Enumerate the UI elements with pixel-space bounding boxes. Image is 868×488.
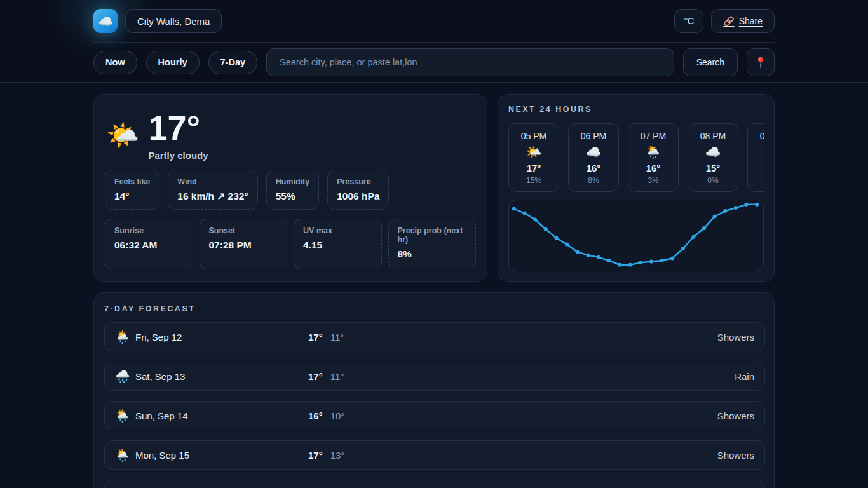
hour-time: 08 PM [700, 131, 726, 141]
stat-value: 16 km/h ↗ 232° [177, 191, 248, 202]
hour-tile: 09 PM 🌧️ 15° 0% [747, 123, 764, 192]
unit-toggle-button[interactable]: °C [674, 9, 703, 33]
hour-tile: 05 PM 🌤️ 17° 15% [508, 123, 559, 192]
forecast-rows: 🌦️ Fri, Sep 12 17° 11° Showers 🌧️ Sat, S… [104, 322, 765, 488]
forecast-day-row-partial[interactable] [104, 480, 765, 488]
hour-weather-icon: 🌤️ [526, 144, 542, 160]
stat-value: 14° [114, 191, 150, 202]
location-label: City Walls, Dema [137, 16, 210, 27]
stat-label: Sunset [209, 226, 278, 235]
stat-value: 1006 hPa [337, 191, 379, 202]
stat-tile: Humidity 55% [266, 170, 319, 210]
stat-label: Feels like [114, 177, 150, 186]
pushpin-icon: 📍 [754, 57, 767, 69]
forecast-day-row[interactable]: 🌦️ Sun, Sep 14 16° 10° Showers [104, 401, 765, 430]
day-low-temp: 13° [330, 450, 345, 461]
hour-precip: 3% [648, 176, 658, 185]
current-condition: Partly cloudy [148, 150, 208, 161]
day-weather-icon: 🌦️ [115, 330, 135, 344]
hour-weather-icon: 🌦️ [646, 144, 661, 160]
forecast-day-row[interactable]: 🌦️ Mon, Sep 15 17° 13° Showers [104, 440, 765, 470]
day-low-temp: 11° [330, 371, 344, 382]
day-date: Sat, Sep 13 [135, 371, 308, 382]
day-condition: Rain [735, 371, 754, 382]
stat-tile: Precip prob (next hr) 8% [388, 219, 477, 269]
next-24-hours-title: NEXT 24 HOURS [508, 105, 764, 114]
stat-label: Pressure [337, 177, 379, 186]
forecast-day-row[interactable]: 🌦️ Fri, Sep 12 17° 11° Showers [104, 322, 765, 351]
share-button[interactable]: 🔗 Share [711, 9, 775, 33]
topbar: ☁️ City Walls, Dema °C 🔗 Share [93, 0, 775, 43]
current-temperature: 17° [148, 110, 208, 146]
search-button[interactable]: Search [683, 48, 738, 76]
sparkline-svg [509, 200, 763, 271]
hour-temp: 16° [587, 163, 601, 173]
stat-tile: Sunrise 06:32 AM [105, 219, 193, 269]
day-weather-icon: 🌦️ [115, 409, 135, 423]
day-condition: Showers [717, 410, 754, 421]
stat-tile: Feels like 14° [105, 170, 159, 210]
day-condition: Showers [717, 450, 754, 461]
location-chip: City Walls, Dema [125, 9, 222, 33]
cloud-logo-icon: ☁️ [98, 14, 113, 29]
stat-tile: Pressure 1006 hPa [327, 170, 389, 210]
hour-time: 07 PM [641, 131, 666, 141]
stat-tile: Sunset 07:28 PM [200, 219, 288, 269]
hour-time: 06 PM [581, 131, 606, 141]
current-stats-row2: Sunrise 06:32 AM Sunset 07:28 PM UV max … [105, 219, 476, 269]
current-weather-card: 🌤️ 17° Partly cloudy Feels like 14° [93, 94, 487, 282]
hour-temp: 17° [527, 163, 541, 173]
nav-tab[interactable]: Hourly [146, 51, 200, 74]
hour-time: 05 PM [521, 131, 546, 141]
hour-tile: 07 PM 🌦️ 16° 3% [628, 123, 679, 192]
stat-value: 06:32 AM [114, 240, 184, 251]
current-hero: 🌤️ 17° Partly cloudy [105, 110, 476, 161]
day-low-temp: 11° [330, 332, 344, 342]
search-input[interactable] [266, 48, 674, 76]
nav-tab[interactable]: 7-Day [208, 51, 258, 74]
pin-location-button[interactable]: 📍 [747, 48, 775, 76]
day-high-temp: 17° [308, 371, 323, 382]
stat-value: 07:28 PM [209, 240, 278, 251]
hour-tile: 06 PM ☁️ 16° 8% [568, 123, 619, 192]
stat-label: Precip prob (next hr) [398, 226, 467, 244]
stat-tile: UV max 4.15 [294, 219, 382, 269]
day-low-temp: 10° [330, 410, 345, 421]
day-date: Mon, Sep 15 [135, 450, 308, 461]
link-icon: 🔗 [723, 16, 734, 26]
stat-value: 8% [398, 248, 467, 260]
hour-tile: 08 PM ☁️ 15° 0% [688, 123, 738, 192]
hour-precip: 8% [588, 176, 599, 185]
day-date: Sun, Sep 14 [135, 410, 308, 421]
stat-label: UV max [303, 226, 372, 235]
hour-weather-icon: ☁️ [705, 144, 721, 160]
stat-label: Humidity [276, 177, 309, 186]
hour-temp: 16° [646, 163, 661, 173]
stat-tile: Wind 16 km/h ↗ 232° [168, 170, 257, 210]
day-condition: Showers [717, 332, 754, 342]
nav-tab[interactable]: Now [93, 51, 137, 74]
stat-value: 55% [276, 191, 309, 202]
hour-time: 09 PM [760, 131, 764, 141]
app-logo: ☁️ [93, 9, 118, 33]
day-high-temp: 16° [308, 410, 323, 421]
partly-cloudy-icon: 🌤️ [106, 122, 139, 149]
hour-precip: 15% [526, 176, 541, 185]
current-stats-row1: Feels like 14° Wind 16 km/h ↗ 232° Humid… [105, 170, 476, 210]
forecast-day-row[interactable]: 🌧️ Sat, Sep 13 17° 11° Rain [104, 362, 765, 391]
stat-value: 4.15 [303, 240, 372, 251]
day-weather-icon: 🌧️ [115, 369, 135, 384]
hour-precip: 0% [707, 176, 718, 185]
seven-day-forecast-card: 7-DAY FORECAST 🌦️ Fri, Sep 12 17° 11° Sh… [93, 292, 775, 488]
stat-label: Wind [177, 177, 248, 186]
temperature-sparkline-chart [508, 200, 764, 271]
day-date: Fri, Sep 12 [135, 332, 308, 342]
next-24-hours-card: NEXT 24 HOURS 05 PM 🌤️ 17° 15% 06 PM ☁️ [498, 94, 775, 282]
stat-label: Sunrise [114, 226, 184, 235]
hourly-strip[interactable]: 05 PM 🌤️ 17° 15% 06 PM ☁️ 16° 8% [508, 123, 764, 192]
hour-weather-icon: ☁️ [586, 144, 602, 160]
hour-temp: 15° [706, 163, 721, 173]
share-label: Share [739, 16, 763, 26]
app-header: ☁️ City Walls, Dema °C 🔗 Share Now [0, 0, 868, 83]
seven-day-forecast-title: 7-DAY FORECAST [104, 304, 765, 313]
